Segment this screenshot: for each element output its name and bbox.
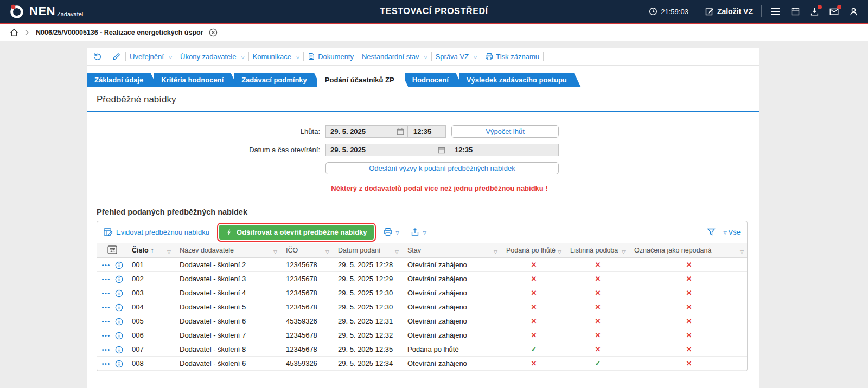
row-menu-button[interactable] [101, 333, 110, 338]
cross-icon: ✕ [686, 331, 692, 339]
info-icon [115, 332, 123, 340]
calendar-button[interactable] [790, 6, 801, 17]
tab-zadavaci-podminky[interactable]: Zadávací podmínky [234, 73, 321, 87]
cell-stav: Otevírání zahájeno [403, 258, 502, 272]
tab-podani-ucastniku-zp[interactable]: Podání účastníků ZP [317, 73, 409, 87]
history-button[interactable] [92, 52, 103, 61]
col-header-listinna[interactable]: ▽Listinná podoba [566, 243, 630, 258]
calc-deadlines-button[interactable]: Výpočet lhůt [451, 125, 559, 138]
column-filter-icon[interactable]: ▽ [273, 249, 277, 255]
column-chooser-button[interactable] [97, 243, 127, 258]
cell-nazev-dodavatele: Dodavatel - školení 3 [175, 272, 282, 286]
toolbar-item-dokumenty[interactable]: Dokumenty [308, 53, 354, 61]
row-info-button[interactable] [115, 261, 123, 269]
cell-stav: Otevírání zahájeno [403, 272, 502, 286]
edit-record-button[interactable] [111, 53, 122, 61]
opening-time-input[interactable]: 12:35 [449, 144, 558, 156]
cell-stav: Otevírání zahájeno [403, 328, 502, 342]
row-info-button[interactable] [115, 318, 123, 326]
cell-ico: 12345678 [282, 342, 334, 357]
tab-zakladni-udaje[interactable]: Základní údaje [87, 73, 157, 87]
tab-hodnoceni[interactable]: Hodnocení [405, 73, 463, 87]
toolbar-item-nestandardni-stav[interactable]: Nestandardní stav▽ [362, 53, 427, 61]
column-label: Podaná po lhůtě [506, 247, 556, 254]
row-menu-icon [101, 263, 110, 268]
register-bid-button[interactable]: Evidovat předběžnou nabídku [104, 228, 209, 236]
row-info-button[interactable] [115, 303, 123, 312]
cell-stav: Otevírání zahájeno [403, 314, 502, 328]
column-filter-icon[interactable]: ▽ [395, 249, 399, 255]
cell-listinna-podoba: ✕ [566, 314, 630, 328]
breadcrumb-record[interactable]: N006/25/V00005136 - Realizace energetick… [36, 29, 203, 36]
messages-button[interactable] [828, 6, 840, 17]
dropdown-arrow-icon: ▽ [396, 230, 399, 235]
toolbar-item-uverejneni[interactable]: Uveřejnění▽ [130, 53, 172, 61]
profile-button[interactable] [848, 6, 859, 17]
col-header-cislo[interactable]: ▽Číslo↑ [127, 243, 175, 258]
toolbar-item-sprava-vz[interactable]: Správa VZ▽ [436, 53, 477, 61]
menu-button[interactable] [770, 7, 782, 16]
row-info-button[interactable] [115, 289, 123, 298]
toolbar-item-ukony-zadavatele[interactable]: Úkony zadavatele▽ [180, 53, 245, 61]
cell-podana-po-lhute: ✕ [502, 357, 566, 371]
col-header-datum[interactable]: ▽Datum podání [334, 243, 403, 258]
column-filter-icon[interactable]: ▽ [326, 249, 329, 255]
column-filter-icon[interactable]: ▽ [494, 249, 497, 255]
row-menu-button[interactable] [101, 361, 110, 366]
deadline-time-input[interactable]: 12:35 [407, 126, 445, 137]
col-header-stav[interactable]: ▽Stav [403, 243, 502, 258]
tab-kriteria-hodnoceni[interactable]: Kritéria hodnocení [154, 73, 238, 87]
cell-listinna-podoba: ✕ [566, 328, 630, 342]
toolbar-item-komunikace[interactable]: Komunikace▽ [253, 53, 300, 61]
deadline-date-input[interactable]: 29. 5. 2025 [326, 127, 393, 135]
hamburger-icon [771, 8, 781, 15]
col-header-ico[interactable]: ▽IČO [282, 243, 334, 258]
column-settings-icon [107, 245, 117, 254]
downloads-button[interactable] [809, 6, 820, 17]
column-filter-icon[interactable]: ▽ [558, 249, 561, 255]
row-menu-button[interactable] [101, 291, 110, 296]
create-vz-label: Založit VZ [717, 7, 753, 16]
close-record-icon[interactable] [209, 28, 218, 37]
register-bid-icon [104, 228, 113, 236]
toolbar-item-tisk-zaznamu[interactable]: Tisk záznamu [485, 53, 539, 61]
cell-stav: Otevírání zahájeno [403, 300, 502, 314]
filter-button[interactable] [707, 228, 716, 236]
top-bar: NEN Zadavatel TESTOVACÍ PROSTŘEDÍ 21:59:… [0, 0, 868, 23]
row-menu-button[interactable] [101, 263, 110, 268]
send-invitation-button[interactable]: Odeslání výzvy k podání předběžných nabí… [326, 162, 559, 174]
row-info-button[interactable] [115, 360, 123, 368]
column-filter-icon[interactable]: ▽ [740, 249, 744, 255]
opening-date-input[interactable]: 29. 5. 2025 [326, 146, 435, 154]
column-filter-icon[interactable]: ▽ [167, 249, 171, 255]
filter-view-select[interactable]: ▽ Vše [721, 228, 741, 236]
row-info-button[interactable] [115, 275, 123, 283]
row-menu-button[interactable] [101, 305, 110, 310]
print-grid-button[interactable]: ▽ [384, 228, 399, 236]
calendar-picker-icon[interactable] [397, 128, 404, 135]
row-info-button[interactable] [115, 332, 123, 340]
cell-podana-po-lhute: ✕ [502, 328, 566, 342]
create-vz-button[interactable]: Založit VZ [705, 7, 753, 16]
bids-grid-panel: Evidovat předběžnou nabídku Odšifrovat a… [97, 221, 748, 371]
cross-icon: ✕ [531, 303, 537, 311]
column-filter-icon[interactable]: ▽ [622, 249, 626, 255]
home-icon[interactable] [10, 28, 18, 37]
calendar-picker-icon[interactable] [438, 146, 445, 154]
row-menu-button[interactable] [101, 347, 110, 352]
col-header-po_lhute[interactable]: ▽Podaná po lhůtě [502, 243, 566, 258]
info-icon [115, 289, 123, 298]
row-info-button[interactable] [115, 346, 123, 354]
row-actions-cell [97, 272, 127, 286]
brand[interactable]: NEN Zadavatel [9, 3, 83, 20]
cross-icon: ✕ [595, 275, 601, 283]
col-header-nazev[interactable]: ▽Název dodavatele [175, 243, 282, 258]
decrypt-open-bids-button[interactable]: Odšifrovat a otevřít předběžné nabídky [219, 225, 374, 240]
row-menu-button[interactable] [101, 277, 110, 282]
row-menu-button[interactable] [101, 319, 110, 324]
export-grid-button[interactable]: ▽ [411, 228, 426, 236]
cell-listinna-podoba: ✕ [566, 272, 630, 286]
toolbar-separator [481, 52, 481, 61]
tab-vysledek-zadavaciho-postupu[interactable]: Výsledek zadávacího postupu [459, 73, 581, 87]
col-header-nepodana[interactable]: ▽Označena jako nepodaná [630, 243, 748, 258]
